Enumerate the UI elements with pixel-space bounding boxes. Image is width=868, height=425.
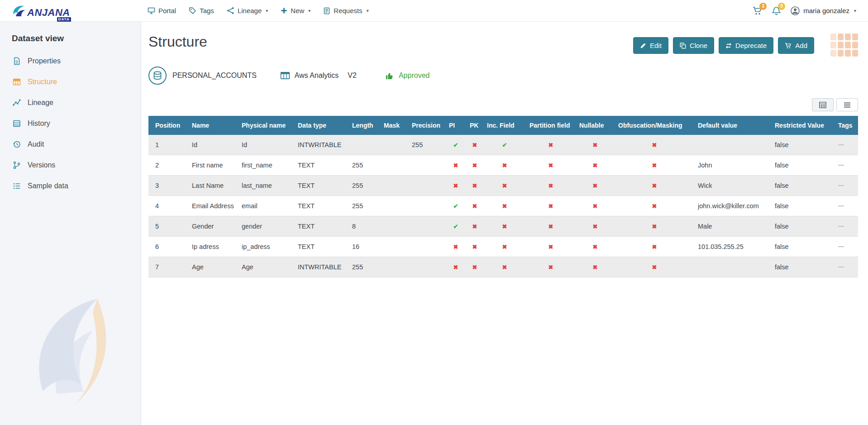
notifications-button[interactable]: 0	[772, 6, 781, 15]
structure-icon	[12, 78, 22, 86]
cell-tags	[835, 237, 858, 257]
cell-mask	[380, 155, 408, 176]
table-view-toggle[interactable]	[812, 98, 834, 111]
column-header: Partition field	[526, 116, 576, 135]
cell-default_value	[694, 257, 771, 277]
cell-physical_name: ip_adress	[238, 237, 294, 257]
table-row: 7AgeAgeINTWRITABLE255✖✖✖✖✖✖false	[148, 257, 858, 277]
sidebar-item-label: Versions	[28, 161, 55, 169]
sidebar-item-audit[interactable]: Audit	[0, 134, 141, 155]
properties-icon	[12, 57, 22, 65]
cell-position: 7	[148, 257, 188, 277]
cross-icon: ✖	[652, 203, 657, 210]
cell-nullable: ✖	[576, 237, 615, 257]
app-logo[interactable]: ANJANA DATA	[12, 4, 70, 18]
cell-mask	[380, 237, 408, 257]
cross-icon: ✖	[593, 142, 598, 148]
cell-precision: 255	[408, 135, 445, 155]
sidebar-item-properties[interactable]: Properties	[0, 51, 141, 72]
column-header: Length	[348, 116, 380, 135]
sidebar-item-label: Sample data	[28, 182, 68, 190]
dataset-summary: PERSONAL_ACCOUNTS Aws Analytics V2 Appro…	[148, 67, 858, 85]
add-button[interactable]: Add	[778, 37, 814, 54]
cell-data_type: INTWRITABLE	[294, 135, 348, 155]
nav-tags-label: Tags	[200, 7, 214, 14]
tag-placeholder	[838, 144, 844, 145]
cell-data_type: TEXT	[294, 176, 348, 196]
cell-partition_field: ✖	[526, 216, 576, 237]
versions-branch-icon	[12, 161, 22, 169]
cross-icon: ✖	[453, 264, 458, 271]
cell-mask	[380, 196, 408, 216]
cell-restricted_value: false	[771, 257, 835, 277]
nav-menu: Portal Tags Lineage ▾ New ▾ Requ	[148, 7, 369, 14]
logo-subtext: DATA	[57, 17, 71, 22]
cell-inc_field: ✖	[483, 257, 526, 277]
table-body: 1IdIdINTWRITABLE255✔✖✔✖✖✖false2First nam…	[148, 135, 858, 277]
cross-icon: ✖	[472, 182, 477, 189]
cell-length: 255	[348, 155, 380, 176]
cell-mask	[380, 216, 408, 237]
nav-right: 3 0 maria gonzalez ▾	[753, 6, 868, 15]
cell-obfuscation: ✖	[615, 135, 694, 155]
nav-new[interactable]: New ▾	[281, 7, 310, 14]
tag-placeholder	[838, 246, 844, 247]
logo-text: ANJANA DATA	[27, 8, 70, 18]
cross-icon: ✖	[593, 203, 598, 210]
deprecate-button[interactable]: Deprecate	[719, 37, 773, 54]
cross-icon: ✖	[548, 264, 553, 271]
edit-button[interactable]: Edit	[633, 37, 668, 54]
nav-portal[interactable]: Portal	[148, 7, 176, 14]
tag-placeholder	[838, 185, 844, 186]
cross-icon: ✖	[502, 182, 507, 189]
cell-inc_field: ✔	[483, 135, 526, 155]
page-title: Structure	[148, 33, 207, 50]
sample-data-list-icon	[12, 182, 22, 190]
nav-lineage[interactable]: Lineage ▾	[227, 7, 268, 14]
sidebar-title: Dataset view	[12, 33, 141, 43]
cell-default_value: john.wick@killer.com	[694, 196, 771, 216]
tag-placeholder	[838, 226, 844, 227]
column-header: Name	[188, 116, 238, 135]
cell-physical_name: Id	[238, 135, 294, 155]
cart-button[interactable]: 3	[753, 6, 762, 15]
structure-table: PositionNamePhysical nameData typeLength…	[148, 116, 858, 277]
sidebar-item-sample-data[interactable]: Sample data	[0, 176, 141, 196]
cell-default_value: Male	[694, 216, 771, 237]
cell-inc_field: ✖	[483, 155, 526, 176]
check-icon: ✔	[502, 142, 507, 148]
lineage-icon	[12, 99, 22, 107]
cell-nullable: ✖	[576, 257, 615, 277]
sidebar-item-lineage[interactable]: Lineage	[0, 92, 141, 113]
cell-name: First name	[188, 155, 238, 176]
grid-menu-icon[interactable]	[830, 33, 858, 57]
cell-length: 255	[348, 257, 380, 277]
sidebar-item-label: Lineage	[28, 99, 53, 107]
nav-requests[interactable]: Requests ▾	[323, 7, 368, 14]
tag-placeholder	[838, 165, 844, 166]
list-view-toggle[interactable]	[836, 98, 858, 111]
pencil-icon	[640, 43, 646, 49]
cross-icon: ✖	[548, 244, 553, 250]
user-icon	[791, 6, 800, 15]
cell-obfuscation: ✖	[615, 237, 694, 257]
table-row: 4Email AddressemailTEXT255✔✖✖✖✖✖john.wic…	[148, 196, 858, 216]
cross-icon: ✖	[652, 162, 657, 169]
user-menu[interactable]: maria gonzalez ▾	[791, 6, 856, 15]
clone-button[interactable]: Clone	[673, 37, 714, 54]
cell-name: Ip adress	[188, 237, 238, 257]
cross-icon: ✖	[502, 223, 507, 230]
cross-icon: ✖	[472, 264, 477, 271]
sidebar-item-versions[interactable]: Versions	[0, 155, 141, 176]
cell-pk: ✖	[466, 135, 483, 155]
history-icon	[12, 119, 22, 128]
cross-icon: ✖	[652, 264, 657, 271]
nav-requests-label: Requests	[334, 7, 362, 14]
cell-obfuscation: ✖	[615, 196, 694, 216]
cell-name: Email Address	[188, 196, 238, 216]
cross-icon: ✖	[548, 182, 553, 189]
view-toggles	[148, 98, 858, 111]
nav-tags[interactable]: Tags	[189, 7, 214, 14]
sidebar-item-history[interactable]: History	[0, 113, 141, 134]
sidebar-item-structure[interactable]: Structure	[0, 72, 141, 92]
